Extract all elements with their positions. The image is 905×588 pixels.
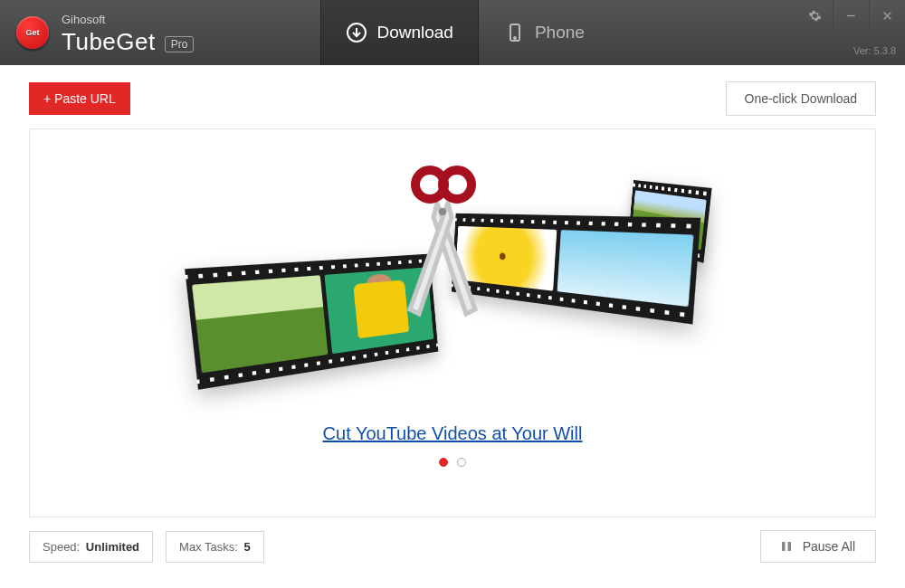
- main-tabs: Download Phone: [320, 0, 609, 65]
- gear-icon: [808, 9, 822, 23]
- main-panel: Cut YouTube Videos at Your Will: [29, 128, 876, 517]
- svg-rect-10: [787, 542, 791, 551]
- maxtasks-value: 5: [243, 540, 250, 554]
- one-click-download-button[interactable]: One-click Download: [726, 81, 877, 116]
- toolbar: + Paste URL One-click Download: [0, 65, 905, 128]
- pause-all-button[interactable]: Pause All: [760, 530, 876, 563]
- phone-icon: [504, 22, 526, 43]
- svg-point-7: [443, 170, 472, 199]
- app-row: TubeGet Pro: [62, 28, 194, 56]
- download-icon: [346, 22, 367, 43]
- tab-download-label: Download: [376, 23, 453, 43]
- svg-point-2: [514, 37, 516, 39]
- brand-block: Get Gihosoft TubeGet Pro: [0, 0, 221, 65]
- minimize-button[interactable]: [833, 0, 869, 31]
- tab-download[interactable]: Download: [320, 0, 479, 65]
- close-icon: [881, 9, 894, 23]
- app-name-label: TubeGet: [62, 28, 156, 56]
- title-bar: Get Gihosoft TubeGet Pro Download Phone: [0, 0, 905, 65]
- scissors-icon: [394, 165, 493, 323]
- brand-text: Gihosoft TubeGet Pro: [62, 9, 194, 56]
- promo-link[interactable]: Cut YouTube Videos at Your Will: [323, 423, 583, 444]
- carousel-dot-2[interactable]: [457, 458, 466, 467]
- window-controls: [796, 0, 905, 31]
- pro-badge: Pro: [165, 36, 195, 52]
- tab-phone[interactable]: Phone: [479, 0, 610, 65]
- app-logo-icon: Get: [16, 16, 49, 49]
- speed-label: Speed:: [43, 540, 80, 554]
- company-label: Gihosoft: [62, 13, 194, 26]
- pause-all-label: Pause All: [803, 539, 855, 554]
- carousel-dot-1[interactable]: [439, 458, 448, 467]
- svg-rect-9: [782, 542, 786, 551]
- max-tasks-setting[interactable]: Max Tasks: 5: [166, 531, 264, 563]
- carousel-dots: [439, 458, 466, 467]
- logo-text-top: Get: [25, 28, 39, 37]
- maxtasks-label: Max Tasks:: [179, 540, 238, 554]
- pause-icon: [781, 541, 792, 552]
- tab-phone-label: Phone: [535, 23, 585, 43]
- svg-point-8: [439, 208, 446, 215]
- promo-illustration: [208, 170, 697, 401]
- speed-value: Unlimited: [86, 540, 139, 554]
- settings-button[interactable]: [796, 0, 833, 31]
- speed-setting[interactable]: Speed: Unlimited: [29, 531, 153, 563]
- close-button[interactable]: [869, 0, 905, 31]
- status-bar: Speed: Unlimited Max Tasks: 5 Pause All: [0, 517, 905, 563]
- paste-url-button[interactable]: + Paste URL: [29, 82, 130, 115]
- minimize-icon: [844, 9, 858, 23]
- version-label: Ver: 5.3.8: [853, 45, 896, 56]
